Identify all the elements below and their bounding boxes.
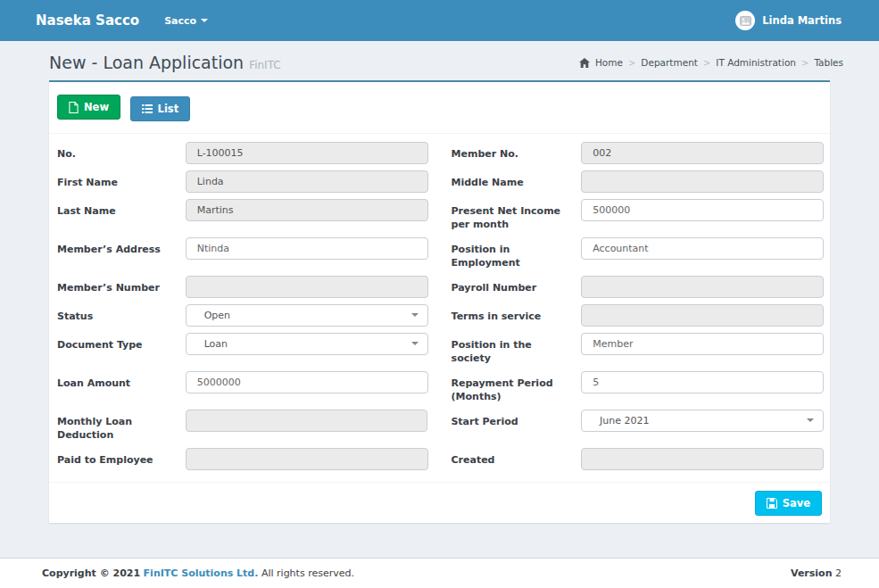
chevron-down-icon — [411, 342, 419, 345]
form-row: Last Name Present Net Income per month — [55, 199, 824, 231]
company-link[interactable]: FinITC Solutions Ltd. — [144, 567, 259, 579]
position-in-employment-label: Position in Employment — [450, 237, 582, 269]
top-navbar: Naseka Sacco Sacco Linda Martins — [0, 0, 879, 41]
page-title-text: New - Loan Application — [49, 53, 244, 72]
home-icon — [579, 58, 590, 68]
form-row: Status Open Terms in service — [55, 304, 824, 327]
list-button-label: List — [158, 103, 179, 115]
breadcrumb-separator: > — [801, 58, 809, 68]
list-icon — [142, 104, 153, 113]
form-row: Paid to Employee Created — [55, 448, 824, 470]
repayment-period-label: Repayment Period (Months) — [450, 371, 582, 403]
user-name: Linda Martins — [762, 14, 842, 27]
footer: Copyright © 2021 FinITC Solutions Ltd. A… — [0, 558, 879, 588]
file-icon — [69, 102, 79, 113]
breadcrumb-separator: > — [628, 58, 635, 68]
breadcrumb: Home > Department > IT Administration > … — [579, 57, 843, 68]
last-name-label: Last Name — [55, 199, 186, 218]
save-button-label: Save — [783, 497, 810, 509]
monthly-loan-deduction-field — [186, 410, 428, 432]
page-subtitle: FinITC — [249, 59, 281, 71]
breadcrumb-tables: Tables — [814, 57, 843, 68]
breadcrumb-home[interactable]: Home — [595, 57, 623, 68]
caret-down-icon — [201, 19, 208, 22]
status-select[interactable]: Open — [186, 304, 428, 327]
paid-to-employee-field — [186, 448, 428, 470]
paid-to-employee-label: Paid to Employee — [55, 448, 186, 467]
new-button[interactable]: New — [57, 95, 120, 120]
nav-sacco-label: Sacco — [164, 15, 196, 27]
middle-name-field — [581, 170, 824, 193]
present-net-income-field[interactable] — [581, 199, 824, 221]
position-in-society-field[interactable] — [581, 333, 824, 355]
version-text: Version 2 — [791, 567, 842, 579]
loan-form: No. Member No. First Name Middle Name La… — [55, 134, 824, 470]
first-name-label: First Name — [55, 170, 186, 189]
breadcrumb-separator: > — [703, 58, 710, 68]
brand-link[interactable]: Naseka Sacco — [36, 12, 139, 29]
user-menu[interactable]: Linda Martins — [735, 11, 843, 30]
loan-amount-field[interactable] — [186, 371, 428, 393]
start-period-label: Start Period — [449, 410, 581, 428]
form-row: Member’s Number Payroll Number — [55, 276, 824, 298]
version-number: 2 — [835, 567, 842, 579]
copyright-text: Copyright © 2021 FinITC Solutions Ltd. A… — [42, 567, 354, 579]
chevron-down-icon — [411, 313, 419, 317]
form-row: Loan Amount Repayment Period (Months) — [55, 371, 824, 403]
new-button-label: New — [84, 101, 109, 113]
save-button[interactable]: Save — [755, 491, 822, 516]
monthly-loan-deduction-label: Monthly Loan Deduction — [55, 410, 186, 442]
created-field — [581, 448, 824, 470]
repayment-period-field[interactable] — [581, 371, 824, 393]
no-field — [186, 142, 428, 164]
version-label: Version — [791, 567, 833, 579]
document-type-select-value: Loan — [204, 338, 228, 350]
loan-application-card: New List No. Member No. — [49, 80, 830, 523]
status-select-value: Open — [204, 310, 230, 321]
form-row: Member’s Address Position in Employment — [55, 237, 824, 269]
page-title: New - Loan ApplicationFinITC — [49, 53, 281, 72]
copyright-prefix: Copyright © 2021 — [42, 567, 140, 579]
payroll-number-field — [581, 276, 824, 298]
breadcrumb-department[interactable]: Department — [641, 57, 698, 68]
present-net-income-label: Present Net Income per month — [450, 199, 582, 231]
terms-in-service-label: Terms in service — [450, 304, 582, 323]
members-number-field — [186, 276, 428, 298]
no-label: No. — [55, 142, 186, 161]
list-button[interactable]: List — [130, 96, 191, 121]
status-label: Status — [55, 304, 186, 323]
form-row: Monthly Loan Deduction Start Period June… — [55, 410, 824, 442]
image-placeholder-icon — [740, 16, 751, 26]
copyright-suffix: All rights reserved. — [261, 567, 354, 579]
breadcrumb-it-administration[interactable]: IT Administration — [716, 57, 796, 68]
member-no-label: Member No. — [450, 142, 582, 161]
terms-in-service-field — [581, 304, 824, 327]
nav-sacco-menu[interactable]: Sacco — [159, 12, 213, 30]
member-no-field — [581, 142, 824, 164]
form-row: Document Type Loan Position in the socie… — [55, 333, 824, 365]
position-in-employment-field[interactable] — [581, 237, 824, 260]
start-period-select-value: June 2021 — [600, 415, 649, 427]
payroll-number-label: Payroll Number — [450, 276, 582, 294]
page-header: New - Loan ApplicationFinITC Home > Depa… — [36, 41, 843, 80]
form-row: First Name Middle Name — [55, 170, 824, 193]
document-type-select[interactable]: Loan — [186, 333, 428, 355]
position-in-society-label: Position in the society — [450, 333, 582, 365]
first-name-field — [186, 170, 428, 193]
form-row: No. Member No. — [55, 142, 824, 164]
chevron-down-icon — [807, 418, 814, 422]
document-type-label: Document Type — [55, 333, 186, 352]
avatar — [735, 11, 755, 30]
toolbar: New List — [55, 95, 824, 121]
loan-amount-label: Loan Amount — [55, 371, 186, 390]
start-period-select[interactable]: June 2021 — [581, 410, 824, 432]
save-row: Save — [55, 483, 824, 516]
save-icon — [767, 498, 777, 509]
created-label: Created — [450, 448, 582, 467]
last-name-field — [186, 199, 428, 221]
members-address-field[interactable] — [186, 237, 428, 260]
middle-name-label: Middle Name — [450, 170, 582, 189]
members-number-label: Member’s Number — [55, 276, 186, 294]
members-address-label: Member’s Address — [55, 237, 186, 256]
